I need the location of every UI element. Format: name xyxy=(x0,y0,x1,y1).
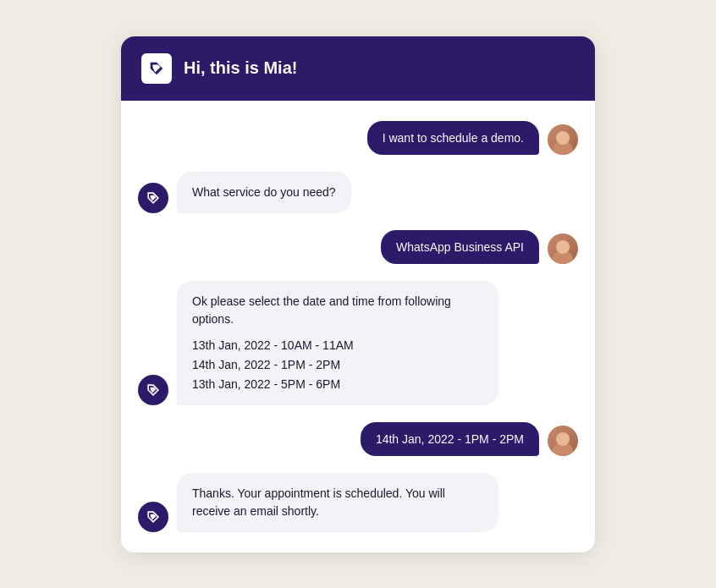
bot-avatar xyxy=(138,502,168,532)
message-text: What service do you need? xyxy=(192,185,336,199)
message-row: 14th Jan, 2022 - 1PM - 2PM xyxy=(138,422,578,456)
user-avatar xyxy=(548,234,578,264)
chat-window: Hi, this is Mia! I want to schedule a de… xyxy=(121,36,595,552)
message-text: 14th Jan, 2022 - 1PM - 2PM xyxy=(376,432,524,446)
brand-logo xyxy=(141,53,172,84)
bot-bubble: What service do you need? xyxy=(177,172,351,213)
message-options: 13th Jan, 2022 - 10AM - 11AM 14th Jan, 2… xyxy=(192,337,483,393)
user-bubble: 14th Jan, 2022 - 1PM - 2PM xyxy=(361,422,539,456)
bot-bubble: Ok please select the date and time from … xyxy=(177,281,498,405)
message-row: I want to schedule a demo. xyxy=(138,121,578,155)
bot-avatar xyxy=(138,183,168,213)
chat-title: Hi, this is Mia! xyxy=(184,58,297,78)
chat-header: Hi, this is Mia! xyxy=(121,36,595,101)
option-item: 14th Jan, 2022 - 1PM - 2PM xyxy=(192,356,483,374)
message-row: Ok please select the date and time from … xyxy=(138,281,578,405)
message-text: Ok please select the date and time from … xyxy=(192,294,451,326)
message-text: WhatsApp Business API xyxy=(396,240,524,254)
option-item: 13th Jan, 2022 - 5PM - 6PM xyxy=(192,376,483,393)
user-bubble: WhatsApp Business API xyxy=(381,230,539,264)
user-avatar xyxy=(548,124,578,155)
message-text: Thanks. Your appointment is scheduled. Y… xyxy=(192,486,445,518)
option-item: 13th Jan, 2022 - 10AM - 11AM xyxy=(192,337,483,354)
user-bubble: I want to schedule a demo. xyxy=(367,121,539,155)
message-row: Thanks. Your appointment is scheduled. Y… xyxy=(138,473,578,532)
user-avatar xyxy=(548,426,578,456)
chat-body: I want to schedule a demo. What service … xyxy=(121,101,595,552)
bot-avatar xyxy=(138,375,168,405)
bot-bubble: Thanks. Your appointment is scheduled. Y… xyxy=(177,473,498,532)
message-row: WhatsApp Business API xyxy=(138,230,578,264)
message-text: I want to schedule a demo. xyxy=(383,131,524,145)
message-row: What service do you need? xyxy=(138,172,578,213)
